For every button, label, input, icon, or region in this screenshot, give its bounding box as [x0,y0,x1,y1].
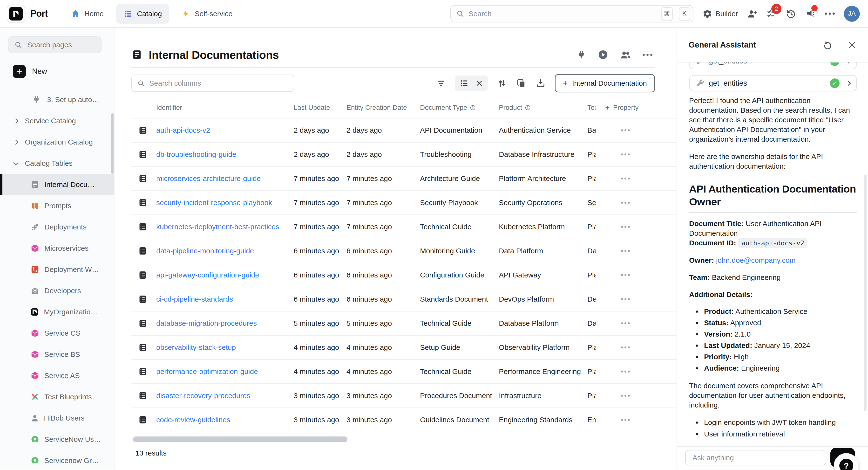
row-menu-button[interactable] [621,153,630,155]
row-menu-button[interactable] [621,347,630,348]
column-product[interactable]: Product [499,104,587,112]
assistant-message-paragraph: The document covers comprehensive API do… [689,381,857,410]
tab-home[interactable]: Home [64,4,111,24]
entity-link[interactable]: auth-api-docs-v2 [156,126,210,134]
table-row[interactable]: api-gateway-configuration-guide 6 minute… [131,263,677,287]
list-view-icon[interactable] [460,79,469,88]
sidebar-item-hibob-users[interactable]: HiBob Users [0,408,114,429]
table-row[interactable]: code-review-guidelines 3 minutes ago 3 m… [131,408,677,432]
table-row[interactable]: kubernetes-deployment-best-practices 7 m… [131,215,677,239]
row-menu-button[interactable] [621,322,630,324]
table-row[interactable]: security-incident-response-playbook 7 mi… [131,191,677,215]
announcements-button[interactable] [805,8,816,19]
table-row[interactable]: ci-cd-pipeline-standards 6 minutes ago 6… [131,287,677,312]
row-menu-button[interactable] [621,202,630,204]
tab-catalog[interactable]: Catalog [116,4,169,24]
entity-link[interactable]: db-troubleshooting-guide [156,150,236,158]
row-menu-button[interactable] [621,226,630,228]
tab-self-service[interactable]: Self-service [174,4,240,24]
sidebar-item-developers[interactable]: Developers [0,280,114,301]
add-internal-documentation-button[interactable]: + Internal Documentation [555,74,655,92]
owner-email-link[interactable]: john.doe@company.com [716,256,796,264]
sidebar-item-microservices[interactable]: Microservices [0,238,114,259]
sidebar-item-service-as[interactable]: Service AS [0,365,114,386]
tool-call-chip[interactable]: get_entities ✓ [689,75,857,91]
sidebar-item-catalog-tables[interactable]: Catalog Tables [0,153,114,174]
sidebar-item-servicenow-groups[interactable]: Servicenow Gr… [0,450,114,470]
entity-link[interactable]: disaster-recovery-procedures [156,391,250,400]
entity-link[interactable]: ci-cd-pipeline-standards [156,295,233,303]
entity-link[interactable]: database-migration-procedures [156,319,257,327]
horizontal-scrollbar[interactable] [133,437,347,442]
panel-scrollbar[interactable] [864,175,867,411]
column-last-update[interactable]: Last Update [294,104,346,112]
sidebar-item-internal-documentations[interactable]: Internal Docu… [0,174,114,195]
filter-icon[interactable] [436,79,446,88]
sort-icon[interactable] [497,78,507,88]
sidebar-item-deployment-workflows[interactable]: Deployment W… [0,259,114,280]
table-row[interactable]: performance-optimization-guide 4 minutes… [131,360,677,384]
table-row[interactable]: db-troubleshooting-guide 2 days ago 2 da… [131,143,677,167]
history-button[interactable] [786,9,796,19]
entity-link[interactable]: kubernetes-deployment-best-practices [156,223,279,231]
entity-link[interactable]: data-pipeline-monitoring-guide [156,247,254,255]
more-menu-button[interactable] [825,12,835,15]
builder-button[interactable]: Builder [703,9,738,19]
entity-link[interactable]: observability-stack-setup [156,343,236,351]
tool-call-chip[interactable]: get_entities ✓ [689,62,857,69]
reset-conversation-icon[interactable] [823,40,832,50]
play-button[interactable] [598,50,608,60]
column-identifier[interactable]: Identifier [156,104,294,112]
row-menu-button[interactable] [621,371,630,373]
sidebar-item-servicenow-users[interactable]: ServiceNow Us… [0,429,114,450]
row-menu-button[interactable] [621,419,630,421]
column-created[interactable]: Entity Creation Date [346,104,420,112]
entity-link[interactable]: security-incident-response-playbook [156,199,272,207]
sidebar-item-setup-auto[interactable]: 3. Set up auto… [0,89,114,110]
entity-link[interactable]: code-review-guidelines [156,416,230,424]
sidebar-scrollbar[interactable] [111,113,114,174]
row-menu-button[interactable] [621,178,630,179]
row-menu-button[interactable] [621,250,630,252]
entity-link[interactable]: microservices-architecture-guide [156,174,261,182]
avatar[interactable]: JA [844,6,860,22]
row-menu-button[interactable] [621,274,630,276]
search-columns-input[interactable]: Search columns [131,75,294,92]
sidebar-item-test-blueprints[interactable]: Test Blueprints [0,386,114,408]
sidebar-item-prompts[interactable]: Prompts [0,195,114,216]
download-icon[interactable] [535,78,546,88]
table-row[interactable]: microservices-architecture-guide 7 minut… [131,167,677,191]
table-row[interactable]: observability-stack-setup 4 minutes ago … [131,335,677,360]
ingest-data-button[interactable] [577,50,586,60]
table-row[interactable]: data-pipeline-monitoring-guide 6 minutes… [131,239,677,263]
entity-link[interactable]: performance-optimization-guide [156,368,258,375]
copy-icon[interactable] [516,78,526,88]
tasks-button[interactable]: 2 [767,9,777,19]
add-property-button[interactable]: + Property [595,97,677,118]
ask-anything-input[interactable]: Ask anything [685,450,826,465]
sidebar-item-service-catalog[interactable]: Service Catalog [0,110,114,131]
column-doc-type[interactable]: Document Type [420,104,499,112]
entity-link[interactable]: api-gateway-configuration-guide [156,271,259,279]
clear-view-icon[interactable] [476,80,483,87]
page-more-button[interactable] [643,54,652,56]
audience-button[interactable] [620,49,631,60]
assistant-conversation[interactable]: get_entities ✓ get_entities ✓ Perfect! I… [677,62,868,446]
table-row[interactable]: database-migration-procedures 5 minutes … [131,312,677,335]
close-icon[interactable] [848,40,857,49]
sidebar-item-service-bs[interactable]: Service BS [0,344,114,365]
new-page-button[interactable]: + New [13,65,114,78]
row-menu-button[interactable] [621,129,630,131]
sidebar-item-myorganization[interactable]: MyOrganizatio… [0,301,114,323]
table-row[interactable]: auth-api-docs-v2 2 days ago 2 days ago A… [131,118,677,143]
table-row[interactable]: disaster-recovery-procedures 3 minutes a… [131,384,677,408]
global-search-input[interactable]: Search ⌘ K [451,5,693,23]
sidebar-item-service-cs[interactable]: Service CS [0,323,114,344]
row-menu-button[interactable] [621,298,630,300]
sidebar-item-deployments[interactable]: Deployments [0,216,114,238]
port-logo[interactable] [7,5,25,23]
row-menu-button[interactable] [621,395,630,396]
invite-users-button[interactable] [747,9,757,19]
sidebar-search-input[interactable]: Search pages [8,36,101,53]
sidebar-item-organization-catalog[interactable]: Organization Catalog [0,131,114,153]
